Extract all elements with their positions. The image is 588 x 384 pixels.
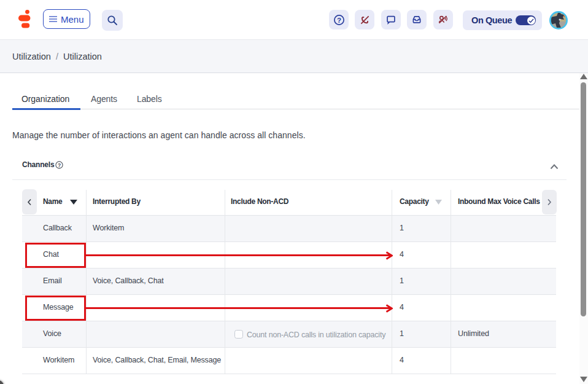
svg-text:?: ? bbox=[336, 16, 341, 23]
svg-text:?: ? bbox=[58, 162, 61, 168]
